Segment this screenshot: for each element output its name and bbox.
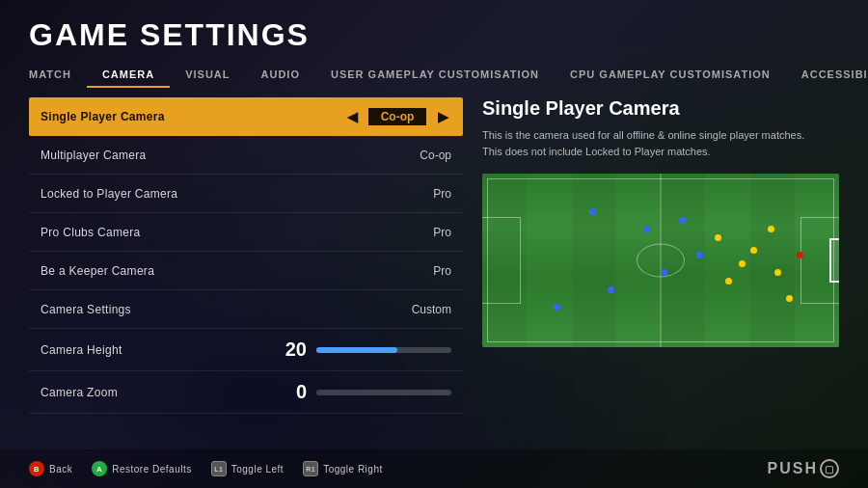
push-logo-text: PUSH (768, 460, 818, 477)
camera-height-value: 20 (283, 339, 307, 361)
value-pro-clubs: Pro (433, 226, 451, 239)
tab-visual[interactable]: VISUAL (170, 61, 245, 88)
tab-accessibility[interactable]: ACCESSIBILITY (786, 61, 868, 88)
toggle-right-icon: R1 (303, 461, 318, 476)
setting-label-camera-height: Camera Height (41, 343, 122, 357)
preview-image (482, 174, 839, 347)
player-blue-7 (554, 304, 560, 311)
toggle-left-button[interactable]: L1 Toggle Left (211, 461, 284, 476)
setting-label-camera-zoom: Camera Zoom (41, 386, 118, 399)
value-keeper: Pro (433, 264, 451, 278)
setting-info: Single Player Camera This is the camera … (482, 97, 839, 164)
player-blue-3 (679, 217, 686, 224)
camera-height-track[interactable] (316, 347, 451, 353)
player-red-1 (797, 252, 803, 258)
setting-value-single-player-camera: ◀ Co-op ▶ (343, 108, 451, 125)
camera-zoom-value: 0 (283, 381, 307, 403)
toggle-right-label: Toggle Right (323, 464, 383, 474)
setting-single-player-camera[interactable]: Single Player Camera ◀ Co-op ▶ (29, 97, 463, 136)
player-yellow-7 (786, 295, 793, 302)
player-yellow-3 (725, 278, 732, 285)
toggle-left-icon: L1 (211, 461, 227, 476)
setting-label-multiplayer-camera: Multiplayer Camera (41, 149, 146, 162)
main-area: Single Player Camera ◀ Co-op ▶ Multiplay… (0, 88, 868, 449)
setting-label-pro-clubs: Pro Clubs Camera (41, 226, 141, 239)
setting-camera-settings[interactable]: Camera Settings Custom (29, 290, 463, 329)
camera-zoom-track[interactable] (316, 390, 451, 395)
header: GAME SETTINGS (0, 0, 868, 53)
player-yellow-4 (750, 247, 757, 254)
player-blue-2 (643, 226, 650, 232)
restore-defaults-button[interactable]: A Restore Defaults (92, 461, 191, 476)
field-penalty-left (482, 217, 521, 304)
footer: B Back A Restore Defaults L1 Toggle Left… (0, 449, 868, 488)
tab-navigation: MATCH CAMERA VISUAL AUDIO USER GAMEPLAY … (0, 61, 868, 88)
info-panel: Single Player Camera This is the camera … (482, 97, 839, 449)
setting-camera-height[interactable]: Camera Height 20 (29, 329, 463, 371)
tab-match[interactable]: MATCH (29, 61, 87, 88)
camera-height-slider-container: 20 (283, 339, 451, 361)
setting-be-a-keeper-camera[interactable]: Be a Keeper Camera Pro (29, 252, 463, 290)
value-camera-settings: Custom (412, 303, 451, 316)
camera-height-fill (316, 347, 397, 353)
setting-value-pro-clubs: Pro (433, 226, 451, 239)
toggle-right-button[interactable]: R1 Toggle Right (303, 461, 383, 476)
tab-audio[interactable]: AUDIO (246, 61, 315, 88)
player-yellow-1 (715, 234, 721, 241)
push-logo: PUSH ▢ (768, 459, 839, 478)
tab-user-gameplay[interactable]: USER GAMEPLAY CUSTOMISATION (315, 61, 555, 88)
player-blue-5 (661, 269, 667, 276)
back-button[interactable]: B Back (29, 461, 72, 476)
player-blue-4 (696, 252, 703, 258)
settings-panel: Single Player Camera ◀ Co-op ▶ Multiplay… (29, 97, 463, 449)
arrow-right-single-player-camera[interactable]: ▶ (434, 108, 451, 125)
page-title: GAME SETTINGS (29, 17, 839, 53)
setting-multiplayer-camera[interactable]: Multiplayer Camera Co-op (29, 136, 463, 175)
field-background (482, 174, 839, 347)
setting-value-multiplayer-camera: Co-op (420, 149, 451, 162)
field-goal-right (829, 238, 839, 284)
restore-label: Restore Defaults (112, 464, 191, 474)
back-icon: B (29, 461, 44, 476)
toggle-left-label: Toggle Left (231, 464, 284, 474)
value-multiplayer-camera: Co-op (420, 149, 451, 162)
setting-value-locked-player: Pro (433, 187, 451, 201)
main-content: GAME SETTINGS MATCH CAMERA VISUAL AUDIO … (0, 0, 868, 488)
tab-cpu-gameplay[interactable]: CPU GAMEPLAY CUSTOMISATION (555, 61, 786, 88)
player-blue-1 (589, 208, 596, 215)
arrow-left-single-player-camera[interactable]: ◀ (343, 108, 361, 125)
setting-pro-clubs-camera[interactable]: Pro Clubs Camera Pro (29, 213, 463, 252)
back-label: Back (49, 464, 72, 474)
setting-label-keeper: Be a Keeper Camera (41, 264, 154, 278)
player-yellow-5 (768, 226, 774, 232)
setting-info-desc: This is the camera used for all offline … (482, 127, 839, 159)
setting-value-keeper: Pro (433, 264, 451, 278)
tab-camera[interactable]: CAMERA (87, 61, 170, 88)
setting-locked-to-player-camera[interactable]: Locked to Player Camera Pro (29, 175, 463, 213)
setting-label-single-player-camera: Single Player Camera (41, 110, 165, 123)
field-lines (482, 174, 839, 347)
setting-label-camera-settings: Camera Settings (41, 303, 131, 316)
setting-camera-zoom[interactable]: Camera Zoom 0 (29, 371, 463, 414)
restore-icon: A (92, 461, 107, 476)
camera-zoom-slider-container: 0 (283, 381, 451, 403)
value-single-player-camera: Co-op (368, 108, 426, 125)
push-logo-circle: ▢ (820, 459, 839, 478)
setting-value-camera-settings: Custom (412, 303, 451, 316)
setting-info-title: Single Player Camera (482, 97, 839, 120)
setting-label-locked-player: Locked to Player Camera (41, 187, 177, 201)
value-locked-player: Pro (433, 187, 451, 201)
player-blue-6 (608, 286, 614, 293)
